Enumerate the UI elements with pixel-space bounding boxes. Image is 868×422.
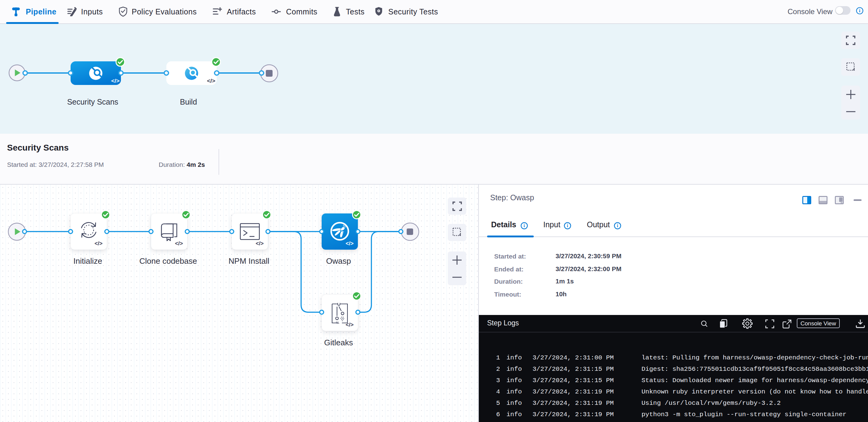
svg-text:</>: </>: [111, 77, 119, 84]
svg-text:</>: </>: [207, 77, 215, 84]
